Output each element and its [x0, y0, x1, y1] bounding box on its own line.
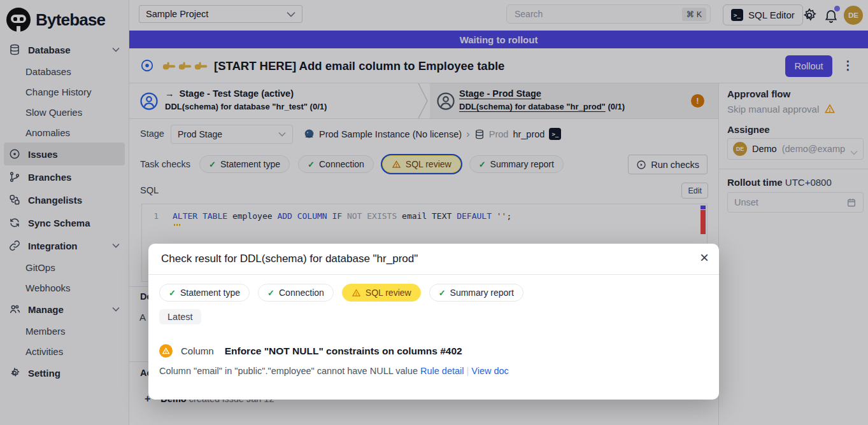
modal-header: Check result for DDL(schema) for databas…: [148, 244, 719, 275]
check-pill-statement-type[interactable]: ✓Statement type: [159, 284, 250, 302]
view-doc-link[interactable]: View doc: [471, 366, 509, 376]
modal-check-pills: ✓Statement type ✓Connection SQL review ✓…: [148, 275, 719, 302]
bytebase-app: Bytebase Database Databases Change Histo…: [0, 0, 868, 425]
close-icon[interactable]: ×: [700, 250, 709, 265]
check-pill-label: Summary report: [450, 288, 514, 298]
finding-detail-text: Column "email" in "public"."employee" ca…: [159, 366, 420, 376]
check-pill-summary-report[interactable]: ✓Summary report: [429, 284, 523, 302]
check-icon: ✓: [169, 288, 176, 298]
check-pill-label: SQL review: [366, 288, 411, 298]
check-pill-label: Connection: [279, 288, 324, 298]
finding-rule-title: Enforce "NOT NULL" constraints on column…: [225, 345, 462, 357]
check-pill-connection[interactable]: ✓Connection: [258, 284, 334, 302]
link-separator: |: [467, 366, 469, 376]
finding-detail: Column "email" in "public"."employee" ca…: [159, 366, 509, 376]
finding-row: Column Enforce "NOT NULL" constraints on…: [159, 344, 462, 358]
finding-category: Column: [181, 345, 214, 356]
check-pill-sql-review[interactable]: SQL review: [342, 284, 421, 302]
check-icon: ✓: [267, 288, 274, 298]
modal-title: Check result for DDL(schema) for databas…: [161, 253, 418, 265]
latest-badge[interactable]: Latest: [159, 309, 201, 324]
check-result-modal: Check result for DDL(schema) for databas…: [148, 244, 719, 400]
warning-triangle-icon: [352, 288, 361, 298]
check-icon: ✓: [439, 288, 446, 298]
rule-detail-link[interactable]: Rule detail: [420, 366, 464, 376]
warning-circle-icon: [159, 344, 173, 358]
check-pill-label: Statement type: [180, 288, 240, 298]
